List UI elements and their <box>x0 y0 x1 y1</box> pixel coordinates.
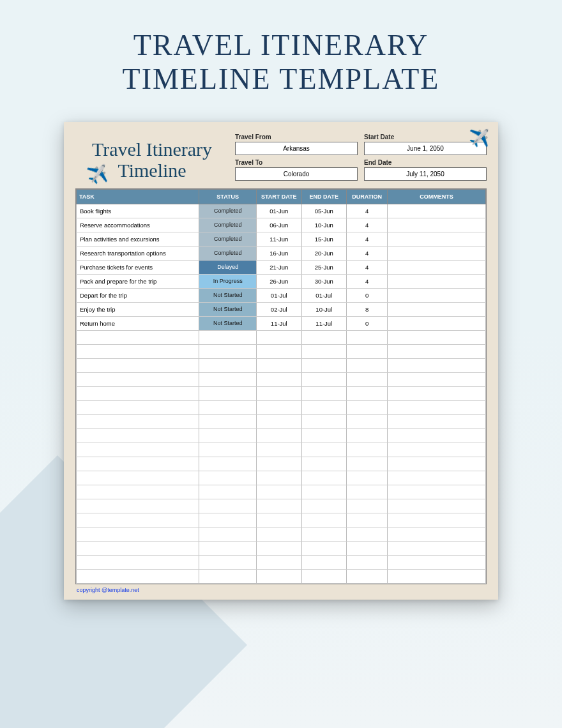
cell-task[interactable] <box>77 386 199 400</box>
cell-status[interactable]: Not Started <box>199 288 257 302</box>
cell-task[interactable]: Reserve accommodations <box>77 218 199 232</box>
cell-duration[interactable] <box>347 485 388 499</box>
cell-status[interactable] <box>199 443 257 457</box>
cell-end-date[interactable] <box>301 527 347 541</box>
cell-end-date[interactable] <box>301 569 347 583</box>
cell-duration[interactable] <box>347 330 388 344</box>
table-row[interactable] <box>77 555 486 569</box>
table-row[interactable]: Plan activities and excursionsCompleted1… <box>77 232 486 246</box>
cell-end-date[interactable] <box>301 358 347 372</box>
cell-task[interactable]: Return home <box>77 316 199 330</box>
table-row[interactable]: Pack and prepare for the tripIn Progress… <box>77 274 486 288</box>
table-row[interactable] <box>77 527 486 541</box>
table-row[interactable]: Reserve accommodationsCompleted06-Jun10-… <box>77 218 486 232</box>
cell-duration[interactable]: 0 <box>347 316 388 330</box>
cell-end-date[interactable] <box>301 471 347 485</box>
cell-status[interactable] <box>199 344 257 358</box>
cell-start-date[interactable]: 01-Jun <box>257 204 302 218</box>
cell-end-date[interactable]: 11-Jul <box>301 316 347 330</box>
table-row[interactable] <box>77 372 486 386</box>
cell-start-date[interactable] <box>257 457 302 471</box>
cell-comments[interactable] <box>388 527 486 541</box>
cell-start-date[interactable]: 11-Jul <box>257 316 302 330</box>
table-row[interactable] <box>77 457 486 471</box>
cell-task[interactable] <box>77 527 199 541</box>
cell-status[interactable] <box>199 499 257 513</box>
cell-duration[interactable] <box>347 372 388 386</box>
cell-end-date[interactable] <box>301 428 347 443</box>
end-date-input[interactable]: July 11, 2050 <box>364 167 487 181</box>
cell-task[interactable] <box>77 344 199 358</box>
cell-comments[interactable] <box>388 232 486 246</box>
cell-start-date[interactable] <box>257 499 302 513</box>
cell-status[interactable] <box>199 330 257 344</box>
cell-status[interactable] <box>199 358 257 372</box>
cell-task[interactable] <box>77 471 199 485</box>
cell-comments[interactable] <box>388 288 486 302</box>
cell-comments[interactable] <box>388 330 486 344</box>
cell-end-date[interactable] <box>301 513 347 527</box>
cell-end-date[interactable]: 10-Jul <box>301 302 347 316</box>
cell-status[interactable] <box>199 485 257 499</box>
cell-comments[interactable] <box>388 569 486 583</box>
table-row[interactable]: Purchase tickets for eventsDelayed21-Jun… <box>77 260 486 274</box>
cell-status[interactable] <box>199 555 257 569</box>
cell-start-date[interactable] <box>257 428 302 443</box>
cell-task[interactable] <box>77 555 199 569</box>
cell-duration[interactable] <box>347 555 388 569</box>
cell-duration[interactable] <box>347 499 388 513</box>
table-row[interactable] <box>77 541 486 555</box>
cell-comments[interactable] <box>388 372 486 386</box>
cell-task[interactable] <box>77 428 199 443</box>
cell-start-date[interactable]: 01-Jul <box>257 288 302 302</box>
cell-start-date[interactable] <box>257 471 302 485</box>
cell-status[interactable] <box>199 400 257 414</box>
cell-start-date[interactable] <box>257 372 302 386</box>
cell-duration[interactable]: 4 <box>347 232 388 246</box>
cell-start-date[interactable] <box>257 400 302 414</box>
cell-duration[interactable]: 8 <box>347 302 388 316</box>
cell-status[interactable]: Completed <box>199 246 257 260</box>
table-row[interactable]: Depart for the tripNot Started01-Jul01-J… <box>77 288 486 302</box>
cell-task[interactable]: Depart for the trip <box>77 288 199 302</box>
cell-duration[interactable] <box>347 513 388 527</box>
cell-duration[interactable] <box>347 471 388 485</box>
cell-task[interactable]: Purchase tickets for events <box>77 260 199 274</box>
cell-task[interactable]: Pack and prepare for the trip <box>77 274 199 288</box>
cell-end-date[interactable]: 25-Jun <box>301 260 347 274</box>
cell-status[interactable] <box>199 372 257 386</box>
table-row[interactable] <box>77 499 486 513</box>
travel-from-input[interactable]: Arkansas <box>235 142 358 155</box>
cell-status[interactable] <box>199 527 257 541</box>
cell-end-date[interactable]: 10-Jun <box>301 218 347 232</box>
cell-start-date[interactable] <box>257 330 302 344</box>
cell-duration[interactable]: 0 <box>347 288 388 302</box>
cell-comments[interactable] <box>388 246 486 260</box>
cell-comments[interactable] <box>388 218 486 232</box>
cell-end-date[interactable]: 20-Jun <box>301 246 347 260</box>
cell-end-date[interactable]: 15-Jun <box>301 232 347 246</box>
cell-status[interactable] <box>199 428 257 443</box>
cell-start-date[interactable] <box>257 541 302 555</box>
cell-comments[interactable] <box>388 443 486 457</box>
table-row[interactable]: Research transportation optionsCompleted… <box>77 246 486 260</box>
travel-to-input[interactable]: Colorado <box>235 167 358 181</box>
cell-duration[interactable] <box>347 358 388 372</box>
cell-end-date[interactable] <box>301 457 347 471</box>
cell-task[interactable] <box>77 457 199 471</box>
cell-end-date[interactable]: 30-Jun <box>301 274 347 288</box>
cell-end-date[interactable] <box>301 372 347 386</box>
cell-end-date[interactable]: 01-Jul <box>301 288 347 302</box>
cell-comments[interactable] <box>388 386 486 400</box>
cell-task[interactable] <box>77 443 199 457</box>
table-row[interactable] <box>77 358 486 372</box>
cell-start-date[interactable] <box>257 344 302 358</box>
table-row[interactable] <box>77 485 486 499</box>
cell-duration[interactable] <box>347 527 388 541</box>
cell-end-date[interactable] <box>301 400 347 414</box>
cell-end-date[interactable]: 05-Jun <box>301 204 347 218</box>
cell-status[interactable] <box>199 541 257 555</box>
table-row[interactable] <box>77 471 486 485</box>
cell-duration[interactable] <box>347 443 388 457</box>
table-row[interactable]: Enjoy the tripNot Started02-Jul10-Jul8 <box>77 302 486 316</box>
